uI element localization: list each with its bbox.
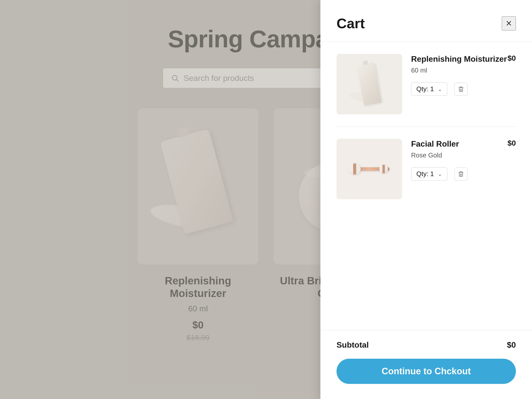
trash-icon: [458, 86, 464, 92]
cart-item-facial-roller: Facial Roller Rose Gold $0 Qty: 1 ⌄: [337, 139, 516, 211]
checkout-button[interactable]: Continue to Chckout: [337, 359, 516, 384]
cart-item-details-facial-roller: Facial Roller Rose Gold $0 Qty: 1 ⌄: [411, 139, 516, 181]
cart-item-controls-facial-roller: Qty: 1 ⌄: [411, 167, 516, 181]
subtotal-value: $0: [507, 340, 516, 350]
product-price-moisturizer: $0: [192, 319, 204, 331]
cart-close-button[interactable]: ×: [502, 16, 516, 30]
cart-subtotal-row: Subtotal $0: [337, 340, 516, 350]
chevron-down-icon-2: ⌄: [438, 171, 442, 177]
delete-button-moisturizer[interactable]: [454, 83, 468, 96]
cart-footer: Subtotal $0 Continue to Chckout: [320, 330, 532, 399]
cart-panel: Cart × Replenishing Moisturizer 60 ml $0: [320, 0, 532, 399]
cart-items-list: Replenishing Moisturizer 60 ml $0 Qty: 1…: [320, 42, 532, 330]
cart-item-image-moisturizer: [337, 54, 402, 114]
subtotal-label: Subtotal: [337, 340, 369, 350]
cart-item-variant-moisturizer: 60 ml: [411, 66, 507, 74]
qty-label-facial-roller: Qty: 1: [416, 170, 434, 178]
chevron-down-icon: ⌄: [438, 86, 442, 92]
product-image-moisturizer: [138, 108, 258, 264]
cart-title: Cart: [337, 15, 365, 31]
product-size-moisturizer: 60 ml: [188, 304, 208, 313]
qty-label-moisturizer: Qty: 1: [416, 85, 434, 93]
delete-button-facial-roller[interactable]: [454, 168, 468, 181]
cart-item-name-facial-roller: Facial Roller: [411, 139, 459, 149]
roller-illustration: [347, 154, 392, 184]
search-placeholder: Search for products: [184, 74, 254, 83]
product-original-price-moisturizer: $18.99: [186, 333, 210, 342]
cart-item-controls-moisturizer: Qty: 1 ⌄: [411, 82, 516, 96]
cart-item-details-moisturizer: Replenishing Moisturizer 60 ml $0 Qty: 1…: [411, 54, 516, 96]
product-card-moisturizer[interactable]: Replenishing Moisturizer 60 ml $0 $18.99: [138, 108, 258, 342]
product-name-moisturizer: Replenishing Moisturizer: [138, 275, 258, 300]
cart-item-price-moisturizer: $0: [508, 54, 516, 62]
qty-dropdown-facial-roller[interactable]: Qty: 1 ⌄: [411, 167, 447, 181]
cart-item-name-moisturizer: Replenishing Moisturizer: [411, 54, 507, 64]
svg-line-1: [177, 80, 178, 81]
trash-icon-2: [458, 171, 464, 177]
cart-item-price-facial-roller: $0: [508, 139, 516, 147]
roller-head-top-part: [349, 163, 361, 175]
cart-item-variant-facial-roller: Rose Gold: [411, 151, 459, 159]
qty-dropdown-moisturizer[interactable]: Qty: 1 ⌄: [411, 82, 447, 96]
cart-item-image-facial-roller: [337, 139, 402, 199]
cart-header: Cart ×: [320, 0, 532, 42]
roller-head-bottom-part: [379, 165, 388, 173]
svg-point-0: [172, 75, 177, 80]
cart-item-moisturizer: Replenishing Moisturizer 60 ml $0 Qty: 1…: [337, 54, 516, 127]
search-icon: [171, 74, 179, 82]
